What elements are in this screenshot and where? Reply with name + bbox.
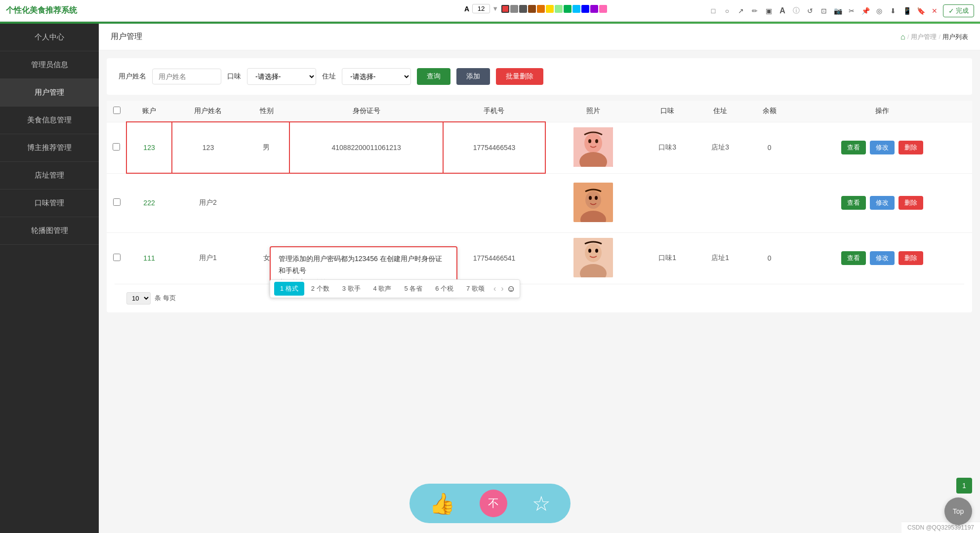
download-icon[interactable]: ⬇	[888, 5, 898, 16]
row1-balance: 0	[747, 122, 792, 173]
row3-checkbox[interactable]	[113, 254, 121, 261]
username-label: 用户姓名	[119, 72, 146, 81]
undo-icon[interactable]: ↺	[805, 5, 816, 16]
breadcrumb-user-list: 用户列表	[942, 33, 968, 41]
username-input[interactable]	[152, 69, 221, 84]
color-yellow[interactable]	[546, 5, 554, 13]
page-title: 用户管理	[111, 32, 142, 42]
page-number-button[interactable]: 1	[956, 478, 972, 494]
svg-point-9	[595, 196, 598, 200]
address-select[interactable]: -请选择- 店址1 店址2 店址3	[342, 68, 411, 85]
emoji-tab-7[interactable]: 7 歌颂	[460, 282, 490, 296]
font-size-input[interactable]: 12	[472, 4, 490, 13]
taste-select[interactable]: -请选择- 口味1 口味2 口味3	[247, 68, 316, 85]
thumbs-up-icon[interactable]: 👍	[429, 492, 455, 516]
sidebar-item-store[interactable]: 店址管理	[0, 162, 99, 190]
crop-icon[interactable]: ⊡	[818, 5, 829, 16]
row1-delete-button[interactable]: 删除	[898, 141, 923, 154]
footer: CSDN @QQ3295391197	[901, 522, 980, 533]
font-label: A	[464, 5, 469, 13]
app-title: 个性化美食推荐系统	[6, 5, 77, 16]
scissors-icon[interactable]: ✂	[846, 5, 857, 16]
sidebar-item-personal[interactable]: 个人中心	[0, 24, 99, 51]
target-icon[interactable]: ◎	[874, 5, 885, 16]
emoji-tab-2[interactable]: 2 个数	[305, 282, 335, 296]
sidebar-item-blogger[interactable]: 博主推荐管理	[0, 134, 99, 162]
row1-view-button[interactable]: 查看	[841, 141, 866, 154]
color-blue[interactable]	[581, 5, 589, 13]
emoji-prev-btn[interactable]: ‹	[491, 283, 498, 294]
top-button[interactable]: Top	[944, 497, 972, 525]
info-icon[interactable]: ⓘ	[791, 5, 802, 16]
bookmark-icon[interactable]: 🔖	[915, 5, 926, 16]
sidebar-item-carousel[interactable]: 轮播图管理	[0, 217, 99, 245]
row1-checkbox[interactable]	[113, 143, 120, 151]
phone-icon[interactable]: 📱	[901, 5, 912, 16]
row1-photo	[545, 122, 641, 173]
rect-icon[interactable]: □	[708, 5, 719, 16]
row2-username: 用户2	[172, 173, 244, 232]
row3-username: 用户1	[172, 232, 244, 284]
emoji-smiley-btn[interactable]: ☺	[507, 284, 516, 294]
query-button[interactable]: 查询	[417, 68, 450, 85]
color-lightblue[interactable]	[572, 5, 580, 13]
emoji-tab-3[interactable]: 3 歌手	[336, 282, 367, 296]
row3-address: 店址1	[694, 232, 747, 284]
row2-edit-button[interactable]: 修改	[870, 196, 895, 210]
color-purple[interactable]	[590, 5, 598, 13]
select-all-checkbox[interactable]	[113, 107, 121, 114]
emoji-tab-6[interactable]: 6 个税	[429, 282, 459, 296]
star-icon[interactable]: ☆	[532, 492, 551, 516]
row1-username: 123	[172, 122, 244, 173]
svg-point-14	[595, 249, 598, 253]
pin-icon[interactable]: 📌	[860, 5, 871, 16]
row3-view-button[interactable]: 查看	[841, 251, 866, 265]
image-icon[interactable]: ▣	[763, 5, 774, 16]
sidebar-item-users[interactable]: 用户管理	[0, 79, 99, 107]
sidebar-item-taste[interactable]: 口味管理	[0, 190, 99, 217]
table-container: 账户 用户姓名 性别 身份证号 手机号 照片 口味 住址 余额 操作	[107, 101, 972, 312]
text-icon[interactable]: A	[777, 5, 788, 16]
share-icon[interactable]: 不	[480, 490, 507, 517]
top-toolbar: 个性化美食推荐系统 □ ○ ↗ ✏ ▣ A ⓘ ↺ ⊡ 📷 ✂ 📌 ◎ ⬇ 📱 …	[0, 0, 980, 22]
breadcrumb: ⌂ / 用户管理 / 用户列表	[900, 33, 968, 41]
row2-delete-button[interactable]: 删除	[898, 196, 923, 210]
color-lightgreen[interactable]	[555, 5, 563, 13]
color-orange[interactable]	[537, 5, 545, 13]
row1-taste: 口味3	[641, 122, 694, 173]
home-icon[interactable]: ⌂	[900, 33, 905, 41]
row3-delete-button[interactable]: 删除	[898, 251, 923, 265]
color-green[interactable]	[564, 5, 572, 13]
emoji-tab-5[interactable]: 5 各省	[398, 282, 428, 296]
per-page-select[interactable]: 10 20 50	[126, 292, 151, 305]
per-page-label: 条 每页	[155, 294, 176, 303]
color-gray1[interactable]	[510, 5, 518, 13]
sidebar-item-food[interactable]: 美食信息管理	[0, 107, 99, 134]
color-pink[interactable]	[599, 5, 607, 13]
emoji-next-btn[interactable]: ›	[499, 283, 505, 294]
circle-icon[interactable]: ○	[722, 5, 733, 16]
color-brown[interactable]	[528, 5, 536, 13]
row2-gender	[244, 173, 289, 232]
screenshot-icon[interactable]: 📷	[832, 5, 843, 16]
filter-bar: 用户姓名 口味 -请选择- 口味1 口味2 口味3 住址 -请选择- 店址1 店…	[107, 58, 972, 95]
row2-view-button[interactable]: 查看	[841, 196, 866, 210]
add-button[interactable]: 添加	[456, 68, 490, 85]
emoji-tab-4[interactable]: 4 歌声	[368, 282, 398, 296]
color-red[interactable]	[501, 5, 509, 13]
row2-checkbox[interactable]	[113, 198, 121, 206]
close-icon[interactable]: ✕	[929, 5, 940, 16]
row1-edit-button[interactable]: 修改	[870, 141, 895, 154]
emoji-tab-1[interactable]: 1 格式	[274, 282, 304, 296]
svg-point-6	[585, 191, 601, 209]
breadcrumb-user-management[interactable]: 用户管理	[911, 33, 937, 41]
row3-edit-button[interactable]: 修改	[870, 251, 895, 265]
arrow-icon[interactable]: ↗	[735, 5, 746, 16]
pencil-icon[interactable]: ✏	[749, 5, 760, 16]
sidebar-item-admin[interactable]: 管理员信息	[0, 51, 99, 79]
complete-button[interactable]: ✓ 完成	[943, 4, 974, 17]
svg-point-11	[585, 243, 602, 262]
color-gray2[interactable]	[519, 5, 527, 13]
batch-delete-button[interactable]: 批量删除	[496, 68, 543, 85]
font-size-arrow[interactable]: ▼	[492, 5, 498, 12]
